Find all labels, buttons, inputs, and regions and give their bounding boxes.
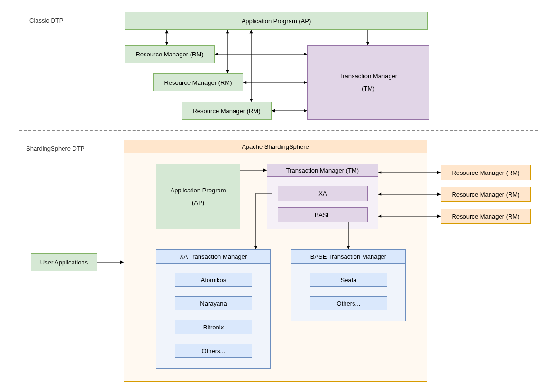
ss-xa-others: Others... [175, 344, 252, 358]
ss-rm1-box: Resource Manager (RM) [441, 165, 531, 180]
ss-main-header-label: Apache ShardingSphere [242, 143, 309, 150]
section-divider [19, 130, 538, 131]
ss-base-others: Others... [310, 296, 387, 310]
classic-rm2-box: Resource Manager (RM) [153, 73, 243, 91]
ss-rm2-label: Resource Manager (RM) [452, 191, 519, 198]
ss-xa-narayana-label: Narayana [200, 300, 227, 307]
classic-ap-box: Application Program (AP) [125, 12, 428, 30]
classic-tm-box: Transaction Manager (TM) [307, 45, 429, 120]
ss-rm3-label: Resource Manager (RM) [452, 213, 519, 220]
ss-base-box: BASE [278, 207, 368, 222]
ss-base-seata: Seata [310, 273, 387, 287]
ss-base-label: BASE [315, 211, 331, 219]
ss-base-seata-label: Seata [341, 276, 357, 283]
ss-rm3-box: Resource Manager (RM) [441, 209, 531, 224]
ss-main-header: Apache ShardingSphere [124, 140, 427, 153]
ss-rm1-label: Resource Manager (RM) [452, 169, 519, 176]
ss-ap-label2: (AP) [192, 197, 204, 209]
ss-xa-mgr-header: XA Transaction Manager [156, 249, 271, 264]
ss-base-others-label: Others... [337, 300, 361, 307]
classic-dtp-title: Classic DTP [29, 17, 64, 24]
classic-tm-label2: (TM) [362, 82, 374, 95]
ss-base-mgr-header-label: BASE Transaction Manager [310, 253, 386, 260]
ss-xa-label: XA [318, 190, 327, 197]
ss-xa-others-label: Others... [202, 347, 226, 355]
ss-user-apps-box: User Applications [31, 253, 97, 271]
classic-rm3-box: Resource Manager (RM) [182, 102, 272, 120]
ss-tm-header-label: Transaction Manager (TM) [286, 167, 359, 174]
ss-dtp-title: ShardingSphere DTP [26, 145, 85, 152]
ss-xa-atomikos: Atomikos [175, 273, 252, 287]
ss-ap-label1: Application Program [170, 184, 226, 197]
ss-xa-narayana: Narayana [175, 296, 252, 310]
classic-rm3-label: Resource Manager (RM) [192, 108, 260, 115]
ss-user-apps-label: User Applications [40, 259, 88, 266]
ss-xa-atomikos-label: Atomikos [201, 276, 226, 283]
classic-tm-label1: Transaction Manager [339, 70, 397, 82]
classic-rm2-label: Resource Manager (RM) [164, 79, 232, 86]
ss-ap-box: Application Program (AP) [156, 164, 240, 229]
classic-rm1-label: Resource Manager (RM) [136, 51, 203, 58]
classic-ap-label: Application Program (AP) [242, 18, 311, 25]
classic-rm1-box: Resource Manager (RM) [125, 45, 215, 63]
ss-xa-bitronix-label: Bitronix [203, 324, 224, 331]
ss-rm2-box: Resource Manager (RM) [441, 187, 531, 202]
ss-base-mgr-header: BASE Transaction Manager [291, 249, 406, 264]
ss-xa-box: XA [278, 186, 368, 201]
ss-xa-bitronix: Bitronix [175, 320, 252, 334]
ss-xa-mgr-header-label: XA Transaction Manager [180, 253, 247, 260]
ss-tm-header: Transaction Manager (TM) [267, 164, 378, 177]
